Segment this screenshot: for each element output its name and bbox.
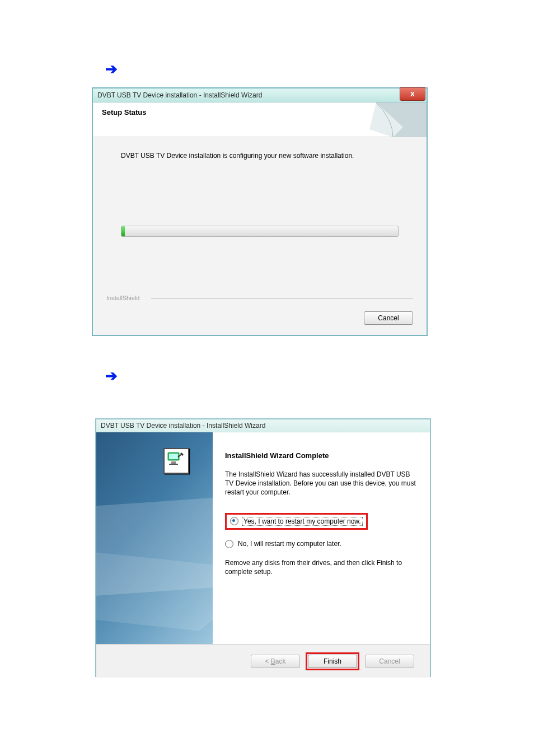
finish-button[interactable]: Finish <box>308 655 357 668</box>
dialog-body: DVBT USB TV Device installation is confi… <box>93 137 427 294</box>
back-button: < Back <box>251 655 300 668</box>
dialog-footer: InstallShield Cancel <box>93 295 427 335</box>
cancel-button[interactable]: Cancel <box>364 311 413 325</box>
radio-unchecked-icon <box>225 540 233 548</box>
restart-now-label: Yes, I want to restart my computer now. <box>242 517 363 526</box>
svg-rect-3 <box>169 454 178 459</box>
radio-checked-icon <box>230 517 238 525</box>
arrow-icon: ➔ <box>105 60 118 78</box>
wizard-complete-paragraph: The InstallShield Wizard has successfull… <box>225 470 418 497</box>
restart-later-label: No, I will restart my computer later. <box>237 540 343 548</box>
cancel-button: Cancel <box>365 655 414 668</box>
divider <box>151 298 413 299</box>
status-message: DVBT USB TV Device installation is confi… <box>121 152 399 160</box>
setup-status-dialog: DVBT USB TV Device installation - Instal… <box>92 87 428 336</box>
dialog-titlebar[interactable]: DVBT USB TV Device installation - Instal… <box>93 88 427 102</box>
dialog-header: Setup Status <box>93 102 427 137</box>
arrow-icon: ➔ <box>105 367 118 385</box>
installshield-brand-label: InstallShield <box>106 295 413 301</box>
dialog-titlebar[interactable]: DVBT USB TV Device installation - Instal… <box>96 419 430 432</box>
restart-now-option[interactable]: Yes, I want to restart my computer now. <box>225 513 368 530</box>
progress-fill <box>121 226 125 236</box>
wizard-complete-dialog: DVBT USB TV Device installation - Instal… <box>95 418 431 677</box>
side-banner <box>96 432 213 644</box>
dialog-content: InstallShield Wizard Complete The Instal… <box>213 432 430 644</box>
finish-button-highlight: Finish <box>306 652 359 670</box>
remove-disks-note: Remove any disks from their drives, and … <box>225 558 418 576</box>
close-button[interactable]: x <box>400 87 425 101</box>
svg-rect-4 <box>171 461 176 464</box>
dialog-title-text: DVBT USB TV Device installation - Instal… <box>97 91 262 99</box>
restart-later-option[interactable]: No, I will restart my computer later. <box>225 540 418 548</box>
progress-bar <box>121 226 399 237</box>
button-row: < Back Finish Cancel <box>96 644 430 678</box>
wizard-complete-heading: InstallShield Wizard Complete <box>225 451 418 460</box>
svg-rect-5 <box>169 464 178 465</box>
computer-icon <box>163 448 189 474</box>
page-curl-decoration <box>359 102 427 137</box>
dialog-title-text: DVBT USB TV Device installation - Instal… <box>101 422 265 430</box>
